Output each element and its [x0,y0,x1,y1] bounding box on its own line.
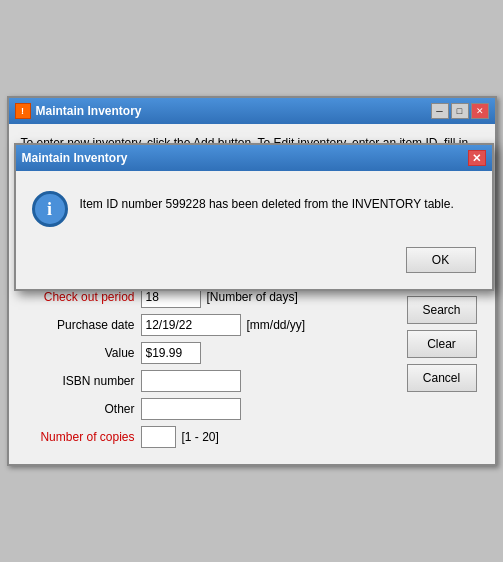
value-input[interactable] [141,342,201,364]
main-window: ! Maintain Inventory ─ □ ✕ To enter new … [7,96,497,466]
other-input[interactable] [141,398,241,420]
purchase-date-row: Purchase date [mm/dd/yy] [21,314,397,336]
dialog-message-row: i Item ID number 599228 has been deleted… [32,191,476,227]
main-title-bar: ! Maintain Inventory ─ □ ✕ [9,98,495,124]
close-button[interactable]: ✕ [471,103,489,119]
dialog-title: Maintain Inventory [22,151,128,165]
title-bar-controls: ─ □ ✕ [431,103,489,119]
dialog-footer: OK [32,247,476,273]
info-icon: i [32,191,68,227]
value-row: Value [21,342,397,364]
purchase-date-hint: [mm/dd/yy] [247,318,306,332]
copies-row: Number of copies [1 - 20] [21,426,397,448]
dialog-title-bar: Maintain Inventory ✕ [16,145,492,171]
minimize-button[interactable]: ─ [431,103,449,119]
copies-input[interactable] [141,426,176,448]
search-button[interactable]: Search [407,296,477,324]
dialog-close-button[interactable]: ✕ [468,150,486,166]
other-label: Other [21,402,141,416]
checkout-hint: [Number of days] [207,290,298,304]
purchase-date-label: Purchase date [21,318,141,332]
maximize-button[interactable]: □ [451,103,469,119]
dialog-message: Item ID number 599228 has been deleted f… [80,191,454,213]
title-bar-left: ! Maintain Inventory [15,103,142,119]
cancel-button[interactable]: Cancel [407,364,477,392]
clear-button[interactable]: Clear [407,330,477,358]
isbn-row: ISBN number [21,370,397,392]
app-icon: ! [15,103,31,119]
value-label: Value [21,346,141,360]
copies-label: Number of copies [21,430,141,444]
isbn-input[interactable] [141,370,241,392]
main-title: Maintain Inventory [36,104,142,118]
checkout-label: Check out period [21,290,141,304]
isbn-label: ISBN number [21,374,141,388]
copies-hint: [1 - 20] [182,430,219,444]
main-content: To enter new inventory, click the Add bu… [9,124,495,464]
other-row: Other [21,398,397,420]
purchase-date-input[interactable] [141,314,241,336]
dialog-content: i Item ID number 599228 has been deleted… [16,171,492,289]
delete-dialog: Maintain Inventory ✕ i Item ID number 59… [14,143,494,291]
ok-button[interactable]: OK [406,247,476,273]
